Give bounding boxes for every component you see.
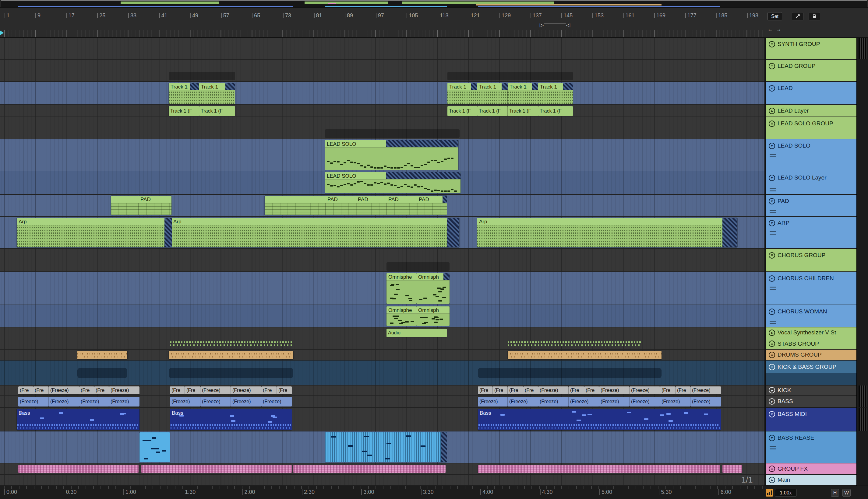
bass-clip[interactable]: (Freeze) xyxy=(478,397,508,406)
kick-clip[interactable]: (Fre xyxy=(584,387,599,394)
lane-lead-solo-group[interactable] xyxy=(0,117,764,139)
lead-layer-clip[interactable]: Track 1 (F xyxy=(477,106,508,116)
group-icon[interactable]: ≡ xyxy=(769,352,775,358)
group-fx-clip[interactable] xyxy=(141,465,292,473)
stabs-group-clip[interactable] xyxy=(508,340,642,348)
lane-stabs-group[interactable] xyxy=(0,338,764,350)
track-header-lead-group[interactable]: ≡LEAD GROUP xyxy=(766,60,856,82)
vertical-scrollbar[interactable] xyxy=(856,38,868,486)
fold-arrow-icon[interactable]: ▾ xyxy=(769,85,775,92)
arp-clip[interactable]: Arp xyxy=(477,218,737,247)
bass-clip[interactable]: (Freeze) xyxy=(109,397,140,406)
bass-clip[interactable]: (Freeze) xyxy=(660,397,690,406)
fold-arrow-icon[interactable]: ▾ xyxy=(769,143,775,149)
track-header-drums-group[interactable]: ≡DRUMS GROUP xyxy=(766,350,856,361)
mixer-lines-icon[interactable] xyxy=(770,188,776,191)
track-header-lead[interactable]: ▾LEAD xyxy=(766,82,856,105)
mixer-lines-icon[interactable] xyxy=(770,210,776,213)
track-header-group-fx[interactable]: ≡GROUP FX xyxy=(766,463,856,475)
track-header-bass-rease[interactable]: ▾BASS REASE xyxy=(766,431,856,463)
track-header-chorus-woman[interactable]: ▾CHORUS WOMAN xyxy=(766,305,856,327)
kick-clip[interactable]: (Fre xyxy=(170,387,185,394)
chorus-woman-clip[interactable]: Omnisphe xyxy=(387,306,416,326)
bar-ruler[interactable]: 1917253341495765738189971051131211291371… xyxy=(0,8,764,38)
arp-clip[interactable]: Arp xyxy=(171,218,459,247)
track-header-bass[interactable]: ▸BASS xyxy=(766,395,856,408)
arp-clip[interactable]: Arp xyxy=(17,218,172,247)
kick-clip[interactable]: (Freeze) xyxy=(630,387,660,394)
loop-brace[interactable]: ▷ ◁ xyxy=(540,22,570,28)
lead-layer-clip[interactable]: Track 1 (F xyxy=(508,106,538,116)
mixer-lines-icon[interactable] xyxy=(770,287,776,290)
pad-clip[interactable]: PAD xyxy=(417,196,447,215)
drums-group-clip[interactable] xyxy=(78,351,127,359)
pad-clip[interactable]: PAD xyxy=(356,196,387,215)
lead-layer-clip[interactable]: Track 1 (F xyxy=(169,106,199,116)
group-fx-clip[interactable] xyxy=(18,465,139,473)
mixer-lines-icon[interactable] xyxy=(770,446,776,449)
mixer-lines-icon[interactable] xyxy=(770,231,776,234)
play-arrow-icon[interactable]: ▸ xyxy=(769,108,775,114)
bass-clip[interactable]: (Freeze) xyxy=(569,397,599,406)
group-fx-clip[interactable] xyxy=(293,465,445,473)
lead-layer-clip[interactable]: Track 1 (F xyxy=(538,106,573,116)
set-button[interactable]: Set xyxy=(768,12,782,20)
kick-clip[interactable]: (Fre xyxy=(523,387,538,394)
bass-clip[interactable]: (Freeze) xyxy=(231,397,261,406)
group-icon[interactable]: ≡ xyxy=(769,41,775,47)
play-arrow-icon[interactable]: ▸ xyxy=(769,387,775,393)
overview-viewport-frame[interactable] xyxy=(1,0,867,7)
group-icon[interactable]: ≡ xyxy=(769,252,775,259)
kick-clip[interactable]: (Fre xyxy=(94,387,109,394)
lead-clip[interactable]: Track 1 xyxy=(538,83,573,104)
track-header-synth-group[interactable]: ≡SYNTH GROUP xyxy=(766,38,856,60)
bass-midi-clip[interactable]: Bass xyxy=(170,409,292,430)
lane-bass[interactable]: (Freeze)(Freeze)(Freeze)(Freeze)(Freeze)… xyxy=(0,395,764,408)
chorus-children-clip[interactable]: Omnisph xyxy=(416,273,450,304)
lane-drums-group[interactable] xyxy=(0,350,764,361)
lane-lead-layer[interactable]: Track 1 (FTrack 1 (FTrack 1 (FTrack 1 (F… xyxy=(0,105,764,117)
group-icon[interactable]: ≡ xyxy=(769,465,775,472)
kick-clip[interactable]: (Freeze) xyxy=(690,387,721,394)
kick-clip[interactable]: (Fre xyxy=(277,387,292,394)
kick-clip[interactable]: (Fre xyxy=(261,387,277,394)
audio-meter-icon[interactable] xyxy=(766,489,773,497)
bass-clip[interactable]: (Freeze) xyxy=(18,397,49,406)
kick-clip[interactable]: (Freeze) xyxy=(49,387,79,394)
lane-lead-group[interactable] xyxy=(0,60,764,82)
track-header-chorus-group[interactable]: ≡CHORUS GROUP xyxy=(766,249,856,272)
track-header-kick[interactable]: ▸KICK xyxy=(766,386,856,395)
time-ruler[interactable]: 0:000:301:001:302:002:303:003:304:004:30… xyxy=(0,486,764,499)
kick-clip[interactable]: (Fre xyxy=(478,387,493,394)
fold-arrow-icon[interactable]: ▾ xyxy=(769,220,775,227)
track-header-main[interactable]: ▸Main xyxy=(766,475,856,486)
play-arrow-icon[interactable]: ▸ xyxy=(769,398,775,405)
lead-clip[interactable]: Track 1 xyxy=(508,83,538,104)
bass-rease-clip[interactable] xyxy=(140,433,170,462)
arrangement-overview[interactable] xyxy=(0,0,868,8)
chorus-children-clip[interactable]: Omnisphe xyxy=(387,273,416,304)
track-header-kick-bass-group[interactable]: ≡KICK & BASS GROUP xyxy=(766,361,856,386)
lane-lead-solo-layer[interactable]: LEAD SOLO xyxy=(0,171,764,195)
bass-clip[interactable]: (Freeze) xyxy=(170,397,200,406)
stabs-group-clip[interactable] xyxy=(170,340,293,348)
lane-lead-solo[interactable]: LEAD SOLO xyxy=(0,139,764,171)
lane-pad[interactable]: PADPADPADPADPAD xyxy=(0,195,764,217)
kick-clip[interactable]: (Freeze) xyxy=(231,387,261,394)
pad-clip[interactable] xyxy=(111,196,139,215)
bass-clip[interactable]: (Freeze) xyxy=(79,397,109,406)
bass-clip[interactable]: (Freeze) xyxy=(538,397,569,406)
drums-group-clip[interactable] xyxy=(169,351,293,359)
bass-midi-clip[interactable]: Bass xyxy=(17,409,140,430)
track-header-pad[interactable]: ▾PAD xyxy=(766,195,856,217)
lane-chorus-group[interactable] xyxy=(0,249,764,272)
track-header-lead-solo-layer[interactable]: ▾LEAD SOLO Layer xyxy=(766,171,856,195)
follow-arrow-icon[interactable] xyxy=(792,12,804,20)
lock-icon[interactable] xyxy=(809,12,820,20)
group-icon[interactable]: ≡ xyxy=(769,63,775,69)
lane-vocal-synth[interactable]: Audio xyxy=(0,327,764,338)
play-arrow-icon[interactable]: ▸ xyxy=(769,477,775,483)
lead-solo-clip[interactable]: LEAD SOLO xyxy=(325,140,459,170)
vocal-synth-clip[interactable]: Audio xyxy=(387,329,447,337)
lead-clip[interactable]: Track 1 xyxy=(448,83,477,104)
